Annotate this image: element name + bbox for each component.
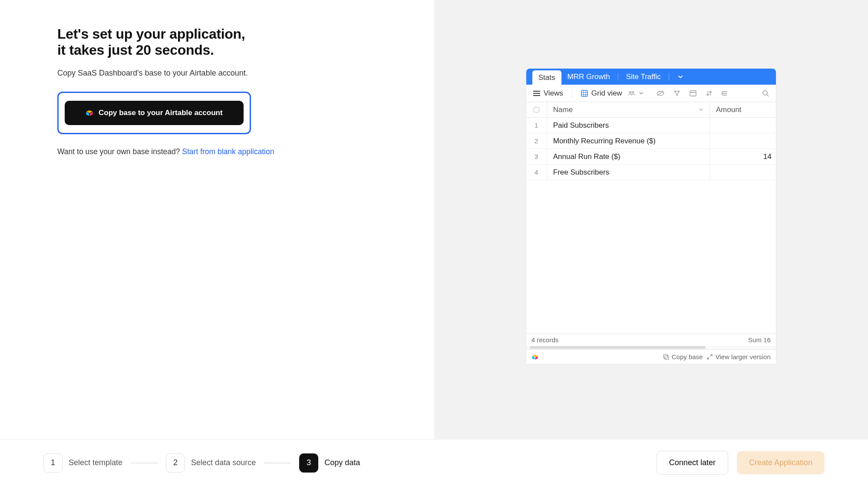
- step-3-number: 3: [299, 453, 318, 473]
- start-blank-link[interactable]: Start from blank application: [182, 147, 274, 156]
- airtable-tabbar: Stats MRR Growth Site Traffic: [526, 69, 776, 85]
- menu-icon: [533, 90, 540, 96]
- svg-line-10: [767, 95, 769, 96]
- wizard-step-1[interactable]: 1 Select template: [43, 453, 122, 473]
- eye-off-icon: [657, 90, 664, 96]
- horizontal-scrollbar[interactable]: [526, 346, 776, 349]
- sort-icon: [706, 90, 712, 96]
- view-larger-link-label: View larger version: [715, 353, 770, 360]
- airtable-empty-space: [526, 180, 776, 334]
- tab-mrr-growth[interactable]: MRR Growth: [561, 69, 616, 85]
- step-1-label: Select template: [69, 458, 122, 467]
- table-row[interactable]: 2 Monthly Recurring Revenue ($): [526, 133, 776, 149]
- svg-rect-3: [581, 90, 587, 96]
- airtable-toolbar: Views Grid view: [526, 85, 776, 102]
- page-heading: Let's set up your application, it takes …: [57, 26, 434, 58]
- tab-divider: [669, 73, 669, 80]
- airtable-icon: [86, 109, 93, 117]
- connect-later-button[interactable]: Connect later: [657, 451, 728, 475]
- cell-amount[interactable]: [710, 118, 776, 133]
- airtable-preview: Stats MRR Growth Site Traffic Views: [526, 69, 776, 364]
- airtable-body: 1 Paid Subscribers 2 Monthly Recurring R…: [526, 118, 776, 364]
- row-number: 4: [526, 165, 547, 180]
- cell-amount[interactable]: [710, 165, 776, 180]
- grid-view-label: Grid view: [591, 89, 622, 98]
- summary-sum: Sum 16: [748, 336, 771, 344]
- tab-overflow-button[interactable]: [671, 69, 690, 85]
- cell-name[interactable]: Free Subscribers: [547, 165, 710, 180]
- wizard-footer: 1 Select template 2 Select data source 3…: [0, 439, 868, 486]
- views-label: Views: [544, 89, 563, 98]
- setup-left-panel: Let's set up your application, it takes …: [0, 0, 434, 439]
- copy-base-link[interactable]: Copy base: [663, 353, 703, 360]
- column-header-amount[interactable]: Amount: [710, 102, 776, 117]
- filter-button[interactable]: [674, 90, 680, 96]
- row-number: 3: [526, 149, 547, 164]
- alternate-option-prefix: Want to use your own base instead?: [57, 147, 182, 156]
- svg-rect-14: [665, 356, 669, 360]
- step-1-number: 1: [43, 453, 63, 473]
- checkbox-icon: [534, 107, 539, 112]
- sort-button[interactable]: [706, 90, 712, 96]
- expand-icon: [707, 354, 713, 360]
- svg-point-9: [763, 91, 767, 95]
- copy-icon: [663, 354, 669, 360]
- cell-name[interactable]: Annual Run Rate ($): [547, 149, 710, 164]
- create-application-label: Create Application: [749, 458, 812, 467]
- svg-rect-15: [663, 354, 667, 358]
- table-row[interactable]: 1 Paid Subscribers: [526, 118, 776, 133]
- cell-amount[interactable]: 14: [710, 149, 776, 164]
- tab-mrr-growth-label: MRR Growth: [568, 73, 610, 81]
- view-larger-link[interactable]: View larger version: [707, 353, 770, 360]
- copy-base-button-label: Copy base to your Airtable account: [99, 109, 223, 117]
- page-subtext: Copy SaaS Dashboard's base to your Airta…: [57, 69, 434, 78]
- grid-view-selector[interactable]: Grid view: [581, 89, 644, 98]
- people-icon: [628, 90, 635, 96]
- wizard-step-3[interactable]: 3 Copy data: [299, 453, 360, 473]
- hide-fields-button[interactable]: [657, 90, 664, 96]
- chevron-down-icon: [699, 107, 703, 112]
- scrollbar-thumb[interactable]: [530, 346, 706, 349]
- group-icon: [690, 90, 696, 96]
- airtable-column-headers: Name Amount: [526, 102, 776, 118]
- select-all-checkbox[interactable]: [526, 102, 547, 117]
- toolbar-divider: [572, 89, 572, 98]
- views-button[interactable]: Views: [533, 89, 563, 98]
- svg-point-4: [629, 91, 631, 93]
- column-amount-label: Amount: [716, 106, 742, 114]
- airtable-summary-bar: 4 records Sum 16: [526, 334, 776, 346]
- column-name-label: Name: [553, 106, 573, 114]
- tab-site-traffic-label: Site Traffic: [626, 73, 661, 81]
- wizard-step-2[interactable]: 2 Select data source: [166, 453, 256, 473]
- airtable-footer: Copy base View larger version: [526, 349, 776, 364]
- cell-amount[interactable]: [710, 133, 776, 149]
- heading-line-2: it takes just 20 seconds.: [57, 42, 214, 58]
- copy-base-button[interactable]: Copy base to your Airtable account: [65, 101, 244, 125]
- step-3-label: Copy data: [324, 458, 360, 467]
- grid-icon: [581, 90, 588, 97]
- filter-icon: [674, 90, 680, 96]
- row-number: 1: [526, 118, 547, 133]
- step-connector: [131, 463, 157, 463]
- record-count: 4 records: [531, 336, 559, 344]
- tab-stats[interactable]: Stats: [532, 70, 561, 85]
- row-height-button[interactable]: [722, 90, 728, 96]
- group-button[interactable]: [690, 90, 696, 96]
- cell-name[interactable]: Paid Subscribers: [547, 118, 710, 133]
- step-connector: [264, 463, 290, 463]
- step-2-label: Select data source: [191, 458, 256, 467]
- alternate-option-line: Want to use your own base instead? Start…: [57, 147, 434, 156]
- tab-site-traffic[interactable]: Site Traffic: [620, 69, 667, 85]
- tab-divider: [618, 73, 618, 80]
- chevron-down-icon: [678, 74, 683, 79]
- svg-rect-7: [690, 91, 696, 96]
- connect-later-label: Connect later: [669, 458, 716, 467]
- search-button[interactable]: [762, 90, 769, 97]
- search-icon: [762, 90, 769, 97]
- table-row[interactable]: 3 Annual Run Rate ($) 14: [526, 149, 776, 165]
- create-application-button[interactable]: Create Application: [737, 451, 825, 474]
- cell-name[interactable]: Monthly Recurring Revenue ($): [547, 133, 710, 149]
- cta-highlight-frame: Copy base to your Airtable account: [57, 92, 251, 134]
- column-header-name[interactable]: Name: [547, 102, 710, 117]
- table-row[interactable]: 4 Free Subscribers: [526, 165, 776, 180]
